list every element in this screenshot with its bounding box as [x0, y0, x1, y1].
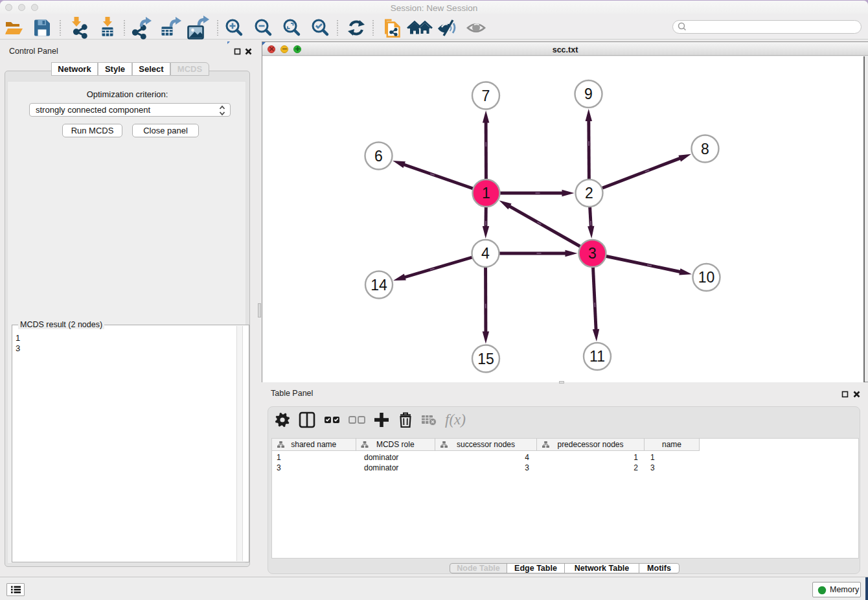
svg-text:1: 1: [482, 185, 490, 202]
svg-text:14: 14: [371, 277, 387, 294]
svg-text:4: 4: [481, 245, 490, 262]
svg-text:10: 10: [698, 269, 715, 286]
svg-text:8: 8: [701, 141, 709, 157]
svg-text:7: 7: [482, 87, 490, 104]
svg-text:2: 2: [585, 185, 593, 202]
svg-text:11: 11: [589, 348, 605, 365]
svg-text:6: 6: [374, 148, 383, 165]
svg-text:15: 15: [477, 351, 494, 367]
svg-text:3: 3: [588, 245, 597, 262]
svg-text:f(x): f(x): [445, 411, 466, 428]
svg-text:9: 9: [584, 86, 593, 102]
